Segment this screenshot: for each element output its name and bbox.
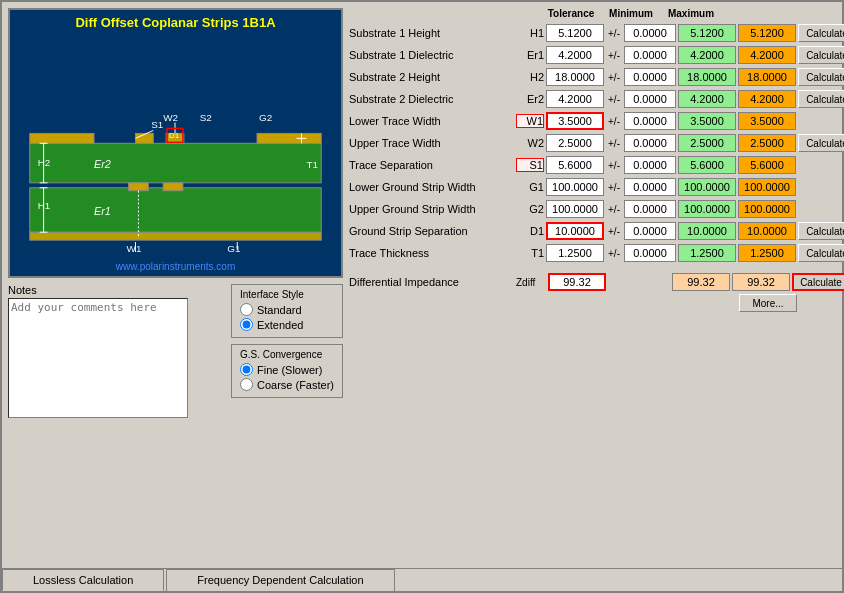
param-tol-3[interactable] [624,90,676,108]
svg-text:W1: W1 [127,243,142,254]
param-max-3 [738,90,796,108]
left-panel: Diff Offset Coplanar Strips 1B1A Er1 Er2 [8,8,343,562]
param-symbol-2: H2 [516,71,544,83]
param-tol-1[interactable] [624,46,676,64]
calc-button-0[interactable]: Calculate [798,24,844,42]
svg-rect-9 [163,183,183,191]
calc-button-10[interactable]: Calculate [798,244,844,262]
param-label-1: Substrate 1 Dielectric [349,49,514,61]
standard-radio[interactable] [240,303,253,316]
param-row-9: Ground Strip Separation D1 +/- Calculate [349,220,844,242]
param-min-6 [678,156,736,174]
param-tol-7[interactable] [624,178,676,196]
tab-lossless[interactable]: Lossless Calculation [2,569,164,591]
param-min-1 [678,46,736,64]
param-input-5[interactable] [546,134,604,152]
param-row-4: Lower Trace Width W1 +/- [349,110,844,132]
website-text: www.polarinstruments.com [10,261,341,272]
param-tol-10[interactable] [624,244,676,262]
svg-rect-6 [30,133,94,143]
param-pm-10: +/- [606,248,622,259]
param-max-9 [738,222,796,240]
param-input-4[interactable] [546,112,604,130]
diff-min-input [672,273,730,291]
calc-button-2[interactable]: Calculate [798,68,844,86]
svg-text:W2: W2 [163,112,178,123]
param-tol-6[interactable] [624,156,676,174]
calc-button-3[interactable]: Calculate [798,90,844,108]
fine-radio[interactable] [240,363,253,376]
param-pm-9: +/- [606,226,622,237]
right-panel: Tolerance Minimum Maximum Substrate 1 He… [349,8,844,562]
diff-value-input[interactable] [548,273,606,291]
param-min-5 [678,134,736,152]
param-input-2[interactable] [546,68,604,86]
param-max-8 [738,200,796,218]
param-symbol-5: W2 [516,137,544,149]
param-row-6: Trace Separation S1 +/- [349,154,844,176]
param-symbol-1: Er1 [516,49,544,61]
param-pm-3: +/- [606,94,622,105]
param-input-10[interactable] [546,244,604,262]
more-button[interactable]: More... [739,294,797,312]
param-tol-2[interactable] [624,68,676,86]
param-tol-8[interactable] [624,200,676,218]
param-rows: Substrate 1 Height H1 +/- Calculate Subs… [349,22,844,264]
param-label-3: Substrate 2 Dielectric [349,93,514,105]
extended-radio-row: Extended [240,318,334,331]
param-label-9: Ground Strip Separation [349,225,514,237]
calc-button-9[interactable]: Calculate [798,222,844,240]
diagram-box: Diff Offset Coplanar Strips 1B1A Er1 Er2 [8,8,343,278]
param-row-7: Lower Ground Strip Width G1 +/- [349,176,844,198]
calc-button-5[interactable]: Calculate [798,134,844,152]
coarse-radio[interactable] [240,378,253,391]
param-tol-4[interactable] [624,112,676,130]
param-tol-5[interactable] [624,134,676,152]
param-pm-7: +/- [606,182,622,193]
diff-row: Differential Impedance Zdiff Calculate [349,273,844,291]
coarse-label: Coarse (Faster) [257,379,334,391]
param-row-10: Trace Thickness T1 +/- Calculate [349,242,844,264]
param-symbol-4: W1 [516,114,544,128]
param-pm-2: +/- [606,72,622,83]
param-label-0: Substrate 1 Height [349,27,514,39]
svg-rect-5 [30,232,321,240]
calc-button-1[interactable]: Calculate [798,46,844,64]
standard-label: Standard [257,304,302,316]
param-row-1: Substrate 1 Dielectric Er1 +/- Calculate [349,44,844,66]
param-input-7[interactable] [546,178,604,196]
extended-radio[interactable] [240,318,253,331]
bottom-tabs: Lossless Calculation Frequency Dependent… [2,568,842,591]
param-input-6[interactable] [546,156,604,174]
fine-radio-row: Fine (Slower) [240,363,334,376]
param-input-9[interactable] [546,222,604,240]
svg-text:S2: S2 [200,112,212,123]
interface-title: Interface Style [240,289,334,300]
param-input-1[interactable] [546,46,604,64]
svg-rect-1 [30,188,321,232]
tab-frequency[interactable]: Frequency Dependent Calculation [166,569,394,591]
param-row-8: Upper Ground Strip Width G2 +/- [349,198,844,220]
svg-rect-8 [129,183,149,191]
minimum-header: Minimum [602,8,660,19]
param-pm-0: +/- [606,28,622,39]
convergence-title: G.S. Convergence [240,349,334,360]
param-tol-0[interactable] [624,24,676,42]
param-min-2 [678,68,736,86]
circuit-diagram: Er1 Er2 [10,35,341,278]
param-pm-6: +/- [606,160,622,171]
maximum-header: Maximum [662,8,720,19]
diagram-title: Diff Offset Coplanar Strips 1B1A [10,10,341,35]
param-symbol-7: G1 [516,181,544,193]
param-input-8[interactable] [546,200,604,218]
main-window: Diff Offset Coplanar Strips 1B1A Er1 Er2 [0,0,844,593]
svg-text:G1: G1 [227,243,241,254]
param-input-3[interactable] [546,90,604,108]
param-input-0[interactable] [546,24,604,42]
param-tol-9[interactable] [624,222,676,240]
param-symbol-9: D1 [516,225,544,237]
diff-calculate-button[interactable]: Calculate [792,273,844,291]
param-symbol-8: G2 [516,203,544,215]
svg-rect-7 [257,133,321,143]
notes-textarea[interactable] [8,298,188,418]
